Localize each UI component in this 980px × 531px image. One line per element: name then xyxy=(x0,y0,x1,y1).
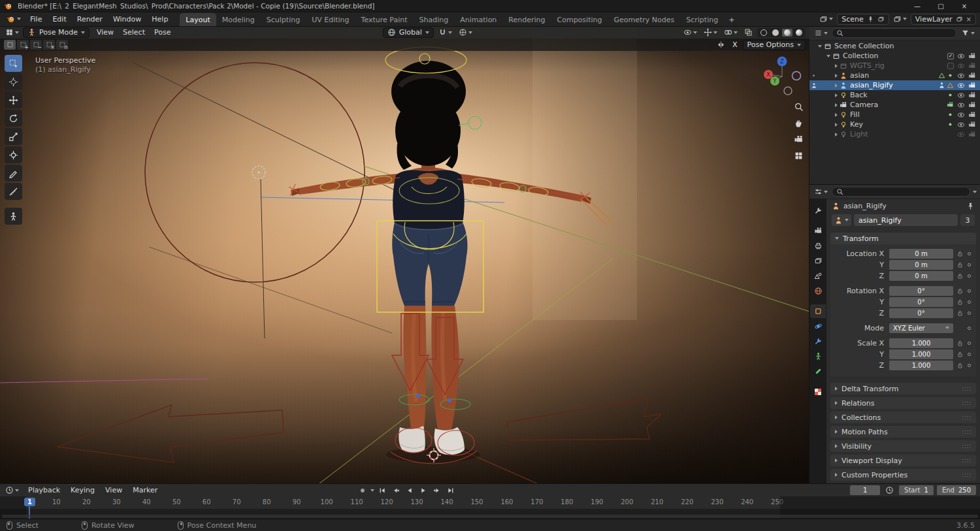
tool-move[interactable] xyxy=(5,91,22,108)
outliner-row-asian-rigify[interactable]: asian_Rigify xyxy=(809,80,980,90)
section-motion-paths[interactable]: Motion Paths:::: xyxy=(830,426,976,438)
disclosure-collapsed-icon[interactable] xyxy=(835,123,838,127)
section-relations[interactable]: Relations:::: xyxy=(830,397,976,409)
menu-edit[interactable]: Edit xyxy=(47,12,71,26)
eye-icon[interactable] xyxy=(957,111,965,119)
workspace-tab-scripting[interactable]: Scripting xyxy=(680,13,724,26)
properties-tab-texture[interactable] xyxy=(810,385,826,398)
animate-decorator[interactable] xyxy=(968,263,971,266)
tool-rotate[interactable] xyxy=(5,110,22,127)
timeline-editor-type-button[interactable] xyxy=(4,486,20,494)
value-field[interactable]: 0° xyxy=(889,286,953,296)
auto-keying-button[interactable] xyxy=(356,485,369,496)
proportional-editing-dropdown[interactable] xyxy=(457,28,474,37)
close-button[interactable]: × xyxy=(953,3,976,10)
camera-render-icon[interactable] xyxy=(968,52,976,60)
xray-toggle-button[interactable] xyxy=(742,28,755,37)
object-type-visibility-dropdown[interactable] xyxy=(681,28,699,37)
disclosure-collapsed-icon[interactable] xyxy=(835,133,838,137)
section-visibility[interactable]: Visibility:::: xyxy=(830,440,976,452)
tool-scale[interactable] xyxy=(5,128,22,145)
lock-icon[interactable] xyxy=(956,287,964,295)
viewport-canvas[interactable] xyxy=(0,26,809,484)
outliner-row-back[interactable]: Back xyxy=(809,90,980,100)
section-collections[interactable]: Collections:::: xyxy=(830,411,976,423)
unlink-icon[interactable]: × xyxy=(966,16,972,23)
value-field[interactable]: 0 m xyxy=(889,249,953,259)
mode-dropdown[interactable]: XYZ Euler xyxy=(889,323,953,333)
viewport-menu-view[interactable]: View xyxy=(92,28,118,37)
outliner-row-collection[interactable]: Collection✓ xyxy=(809,51,980,61)
properties-tab-render[interactable] xyxy=(810,224,826,238)
timeline-menu-playback[interactable]: Playback xyxy=(23,486,65,494)
disclosure-expanded-icon[interactable] xyxy=(826,55,830,57)
outliner-search-input[interactable] xyxy=(832,28,956,38)
outliner-row-scene-collection[interactable]: Scene Collection xyxy=(809,41,980,51)
pin-icon[interactable] xyxy=(966,202,975,210)
axis-negative-ball[interactable] xyxy=(784,87,792,95)
id-type-button[interactable] xyxy=(832,214,851,226)
properties-tab-bone[interactable] xyxy=(810,364,826,378)
shading-rendered-button[interactable] xyxy=(794,29,804,37)
animate-decorator[interactable] xyxy=(968,289,971,293)
properties-tab-world[interactable] xyxy=(810,284,826,298)
workspace-tab-sculpting[interactable]: Sculpting xyxy=(261,13,306,26)
properties-tab-physics[interactable] xyxy=(810,319,826,333)
tool-annotate[interactable] xyxy=(5,165,22,182)
pose-mirror-icon[interactable] xyxy=(715,40,727,49)
outliner-row-wgts-rig[interactable]: WGTS_rig xyxy=(809,61,980,71)
lock-icon[interactable] xyxy=(956,272,964,280)
value-field[interactable]: 0° xyxy=(889,308,953,318)
properties-search-input[interactable] xyxy=(832,187,970,197)
properties-options-button[interactable] xyxy=(973,191,977,193)
transport-next-keyframe[interactable] xyxy=(431,485,444,496)
zoom-icon[interactable] xyxy=(794,102,804,112)
menu-file[interactable]: File xyxy=(25,12,47,26)
tool-select-box[interactable] xyxy=(5,55,22,72)
select-mode-invert[interactable]: × xyxy=(43,40,55,50)
animate-decorator[interactable] xyxy=(968,274,971,278)
new-scene-icon[interactable] xyxy=(877,16,885,23)
overlays-dropdown[interactable] xyxy=(722,28,740,37)
disclosure-collapsed-icon[interactable] xyxy=(835,74,838,78)
workspace-tab-compositing[interactable]: Compositing xyxy=(551,13,608,26)
outliner-filter-button[interactable] xyxy=(959,29,977,37)
navigation-gizmo[interactable]: Z X Y xyxy=(757,51,807,101)
breadcrumb-object-name[interactable]: asian_Rigify xyxy=(843,202,887,210)
lock-icon[interactable] xyxy=(956,351,964,358)
properties-tab-object-data[interactable] xyxy=(810,349,826,363)
transport-jump-start[interactable] xyxy=(376,485,389,496)
properties-editor-type-button[interactable] xyxy=(813,187,829,196)
select-mode-intersect[interactable]: ∩ xyxy=(56,40,68,50)
current-frame-field[interactable]: 1 xyxy=(850,485,880,495)
transport-play-reverse[interactable] xyxy=(403,485,416,496)
camera-render-icon[interactable] xyxy=(968,82,976,89)
mirror-x-label[interactable]: X xyxy=(730,40,740,49)
viewport-menu-select[interactable]: Select xyxy=(118,28,150,37)
eye-icon[interactable] xyxy=(957,121,965,129)
timeline-menu-view[interactable]: View xyxy=(100,486,127,494)
collection-checkbox[interactable]: ✓ xyxy=(947,53,954,59)
shading-wireframe-button[interactable] xyxy=(759,29,769,37)
eye-icon[interactable] xyxy=(957,52,965,60)
timeline-body[interactable]: 1020304050607080901001101201301401501601… xyxy=(0,496,980,519)
outliner-row-key[interactable]: Key xyxy=(809,120,980,129)
mode-dropdown[interactable]: Pose Mode xyxy=(23,27,90,38)
eye-icon[interactable] xyxy=(957,72,965,80)
value-field[interactable]: 1.000 xyxy=(889,349,953,359)
disclosure-expanded-icon[interactable] xyxy=(818,45,822,48)
axis-negative-ball[interactable] xyxy=(792,72,801,80)
toggle-ortho-icon[interactable] xyxy=(794,151,804,161)
camera-render-icon[interactable] xyxy=(968,121,976,129)
camera-render-icon[interactable] xyxy=(968,111,976,119)
outliner-row-fill[interactable]: Fill xyxy=(809,110,980,120)
eye-icon[interactable] xyxy=(957,62,965,70)
gizmos-dropdown[interactable] xyxy=(702,28,719,37)
shading-solid-button[interactable] xyxy=(770,29,781,37)
tool-pose-breakdowner[interactable] xyxy=(5,208,22,225)
outliner-editor-type-button[interactable] xyxy=(813,29,829,37)
value-field[interactable]: 1.000 xyxy=(889,338,953,348)
properties-tab-output[interactable] xyxy=(810,239,826,253)
pin-icon[interactable] xyxy=(867,16,874,23)
tool-measure[interactable] xyxy=(5,183,22,200)
